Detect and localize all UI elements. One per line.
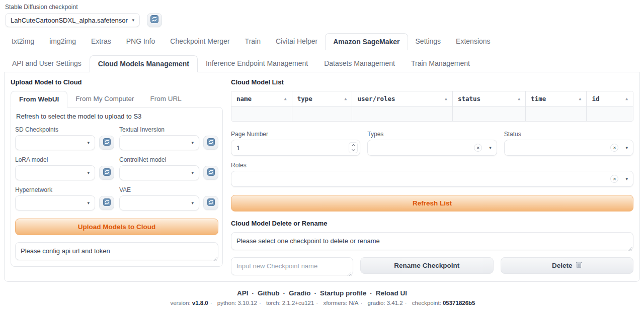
checkpoint-bar: Stable Diffusion checkpoint LahCuteCarto… (0, 0, 644, 27)
bullet-icon: · (210, 300, 212, 306)
tab-train[interactable]: Train (237, 33, 268, 50)
sort-icon[interactable]: ▲ (445, 96, 447, 101)
refresh-list-button[interactable]: Refresh List (231, 195, 633, 212)
tab-checkpoint-merger[interactable]: Checkpoint Merger (163, 33, 237, 50)
resize-handle-icon[interactable] (627, 244, 632, 249)
lora-model-refresh-button[interactable] (99, 166, 114, 180)
column-header-type[interactable]: type▲ (292, 91, 352, 106)
sagemaker-sub-tab-bar: API and User Settings Cloud Models Manag… (4, 55, 640, 72)
types-field: Types ×▾ (367, 131, 497, 156)
clear-icon[interactable]: × (610, 144, 618, 152)
checkpoint-refresh-button[interactable] (147, 13, 162, 27)
new-checkpoint-name-input[interactable] (231, 257, 353, 275)
status-field: Status ×▾ (504, 131, 633, 156)
rename-checkpoint-button[interactable]: Rename Checkpoint (360, 257, 494, 274)
roles-field: Roles ×▾ (231, 162, 633, 187)
footer-link-reload-ui[interactable]: Reload UI (376, 289, 407, 297)
sort-icon[interactable]: ▲ (579, 96, 582, 101)
field-lora-model: LoRA model ▾ (15, 156, 114, 180)
torch-label: torch: (266, 300, 281, 306)
subtab-api-user-settings[interactable]: API and User Settings (4, 55, 90, 72)
column-label: name (236, 95, 252, 102)
tab-png-info[interactable]: PNG Info (119, 33, 163, 50)
bullet-icon: · (370, 289, 372, 297)
delete-rename-heading: Cloud Model Delete or Rename (231, 220, 633, 227)
field-label: Hypernetwork (15, 186, 114, 193)
subtab-train-management[interactable]: Train Management (403, 55, 478, 72)
upload-models-button[interactable]: Upload Models to Cloud (15, 219, 218, 235)
checkpoint-hash-label: checkpoint: (412, 300, 441, 306)
field-label: Textual Inversion (119, 126, 218, 133)
resize-handle-icon[interactable] (347, 269, 352, 274)
lora-model-dropdown[interactable]: ▾ (15, 165, 95, 180)
cloud-model-list-heading: Cloud Model List (231, 78, 633, 86)
bullet-icon: · (360, 300, 362, 306)
footer-link-api[interactable]: API (237, 289, 249, 297)
vae-refresh-button[interactable] (203, 196, 218, 210)
footer-link-github[interactable]: Github (258, 289, 280, 297)
resize-handle-icon[interactable] (212, 254, 217, 259)
bullet-icon: · (405, 300, 407, 306)
tab-amazon-sagemaker[interactable]: Amazon SageMaker (325, 33, 408, 50)
tab-txt2img[interactable]: txt2img (4, 33, 42, 50)
textual-inversion-dropdown[interactable]: ▾ (119, 135, 199, 150)
sort-icon[interactable]: ▲ (284, 96, 287, 101)
footer-link-gradio[interactable]: Gradio (289, 289, 311, 297)
subtab-cloud-models-management[interactable]: Cloud Models Management (90, 55, 198, 72)
upload-tab-from-webui[interactable]: From WebUI (11, 91, 67, 108)
roles-dropdown[interactable]: ×▾ (231, 171, 633, 187)
footer: API·Github·Gradio·Startup profile·Reload… (0, 289, 644, 306)
tab-civitai-helper[interactable]: Civitai Helper (268, 33, 325, 50)
upload-tab-from-url[interactable]: From URL (142, 91, 190, 107)
sd-checkpoints-dropdown[interactable]: ▾ (15, 135, 95, 150)
sort-icon[interactable]: ▲ (625, 96, 628, 101)
chevron-down-icon[interactable] (352, 148, 355, 151)
sort-icon[interactable]: ▲ (345, 96, 347, 101)
field-label: LoRA model (15, 156, 114, 163)
upload-tab-from-my-computer[interactable]: From My Computer (67, 91, 142, 107)
sort-icon[interactable]: ▲ (518, 96, 520, 101)
tab-img2img[interactable]: img2img (42, 33, 84, 50)
subtab-inference-endpoint-management[interactable]: Inference Endpoint Management (198, 55, 316, 72)
page-number-input[interactable] (231, 140, 360, 156)
tab-extras[interactable]: Extras (84, 33, 119, 50)
chevron-down-icon: ▾ (132, 18, 134, 23)
column-header-user-roles[interactable]: user/roles▲ (352, 91, 452, 106)
version-info: version:v1.8.0· python:3.10.12· torch:2.… (0, 300, 644, 306)
column-header-id[interactable]: id▲ (586, 91, 633, 106)
hypernetwork-refresh-button[interactable] (99, 196, 114, 210)
footer-link-startup-profile[interactable]: Startup profile (320, 289, 366, 297)
status-dropdown[interactable]: ×▾ (504, 140, 633, 156)
tab-settings[interactable]: Settings (408, 33, 449, 50)
upload-status-textarea[interactable]: Please config api url and token (15, 242, 218, 260)
delete-button-label: Delete (552, 262, 573, 269)
field-controlnet-model: ControlNet model ▾ (119, 156, 218, 180)
column-label: id (592, 95, 599, 102)
cloud-model-table: name▲ type▲ user/roles▲ status▲ time▲ id… (231, 91, 633, 122)
column-header-time[interactable]: time▲ (525, 91, 586, 106)
controlnet-model-dropdown[interactable]: ▾ (119, 165, 199, 180)
clear-icon[interactable]: × (610, 175, 618, 183)
field-textual-inversion: Textual Inversion ▾ (119, 126, 218, 150)
vae-dropdown[interactable]: ▾ (119, 195, 199, 210)
trash-icon (576, 261, 582, 270)
refresh-icon (103, 168, 111, 178)
sd-checkpoints-refresh-button[interactable] (99, 136, 114, 150)
chevron-down-icon: ▾ (87, 200, 90, 205)
delete-button[interactable]: Delete (501, 257, 634, 274)
subtab-datasets-management[interactable]: Datasets Management (316, 55, 403, 72)
types-dropdown[interactable]: ×▾ (367, 140, 497, 156)
bullet-icon: · (314, 289, 317, 297)
column-header-name[interactable]: name▲ (231, 91, 292, 106)
hypernetwork-dropdown[interactable]: ▾ (15, 195, 95, 210)
tab-extensions[interactable]: Extensions (448, 33, 498, 50)
selected-checkpoint-textarea[interactable]: Please select one checkpoint to delete o… (231, 232, 633, 250)
upload-hint-text: Refresh to select the model to upload to… (16, 113, 218, 120)
field-vae: VAE ▾ (119, 186, 218, 210)
controlnet-model-refresh-button[interactable] (203, 166, 218, 180)
textual-inversion-refresh-button[interactable] (203, 136, 218, 150)
clear-icon[interactable]: × (474, 144, 482, 152)
number-stepper[interactable] (349, 142, 358, 153)
column-header-status[interactable]: status▲ (452, 91, 525, 106)
checkpoint-dropdown[interactable]: LahCuteCartoonSDXL_alpha.safetensors [05… (5, 13, 140, 27)
